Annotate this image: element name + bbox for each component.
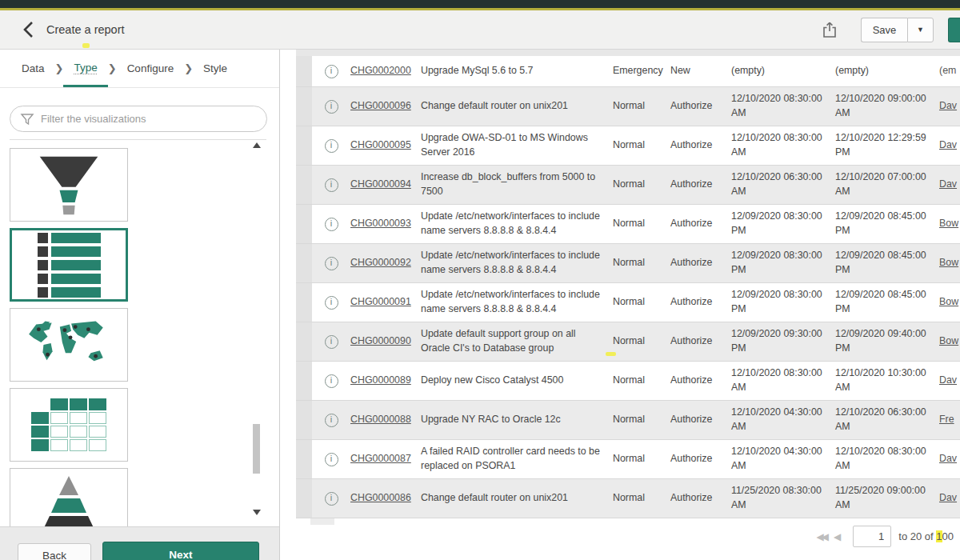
filter-visualizations-input[interactable] [10, 106, 267, 132]
planned-start-date-cell: 12/09/2020 08:30:00 PM [731, 283, 835, 322]
change-number-link[interactable]: CHG0000089 [350, 374, 411, 388]
viz-type-pivot-table[interactable] [10, 388, 128, 462]
info-icon[interactable] [325, 414, 338, 427]
viz-type-pyramid[interactable] [10, 468, 128, 526]
scroll-up-arrow-icon[interactable] [253, 142, 261, 148]
priority-cell: Normal [613, 283, 670, 322]
row-gutter [296, 283, 312, 322]
planned-end-date-cell: 12/10/2020 06:30:00 AM [835, 401, 939, 439]
planned-start-date-cell: 12/09/2020 08:30:00 PM [731, 205, 835, 243]
info-icon[interactable] [325, 218, 338, 231]
row-gutter [296, 479, 312, 518]
chevron-right-icon: ❯ [108, 50, 117, 87]
assigned-to-link[interactable]: Bow [939, 334, 958, 349]
short-description-cell: Update /etc/network/interfaces to includ… [421, 205, 613, 243]
priority-cell: Emergency [613, 56, 670, 86]
planned-end-date-cell: 12/10/2020 08:30:00 AM [835, 440, 939, 478]
report-header: Create a report Save [0, 10, 960, 50]
planned-start-date-cell: 12/10/2020 04:30:00 AM [731, 440, 835, 478]
scrollbar-corner [310, 518, 334, 525]
viz-type-funnel[interactable] [10, 148, 128, 222]
first-page-icon[interactable] [817, 531, 826, 542]
page-number-input[interactable] [853, 526, 891, 547]
priority-cell: Normal [613, 166, 670, 204]
state-cell: Authorize [670, 440, 731, 478]
info-icon[interactable] [325, 257, 338, 270]
priority-cell: Normal [613, 401, 670, 439]
short-description-cell: Change default router on unix201 [421, 479, 613, 518]
change-number-link[interactable]: CHG0000086 [350, 491, 411, 506]
tab-configure[interactable]: Configure [117, 50, 185, 87]
change-number-link[interactable]: CHG0000095 [350, 138, 411, 153]
change-number-link[interactable]: CHG0000087 [350, 452, 411, 466]
assigned-to-link[interactable]: Dav [939, 178, 957, 192]
short-description-cell: Update default support group on all Orac… [421, 322, 613, 361]
viz-type-map[interactable] [10, 308, 128, 382]
viz-list-scrollbar[interactable] [251, 141, 262, 517]
assigned-to-link[interactable]: Bow [939, 217, 958, 231]
share-button[interactable] [818, 18, 842, 42]
assigned-to-link[interactable]: Bow [939, 295, 958, 310]
change-number-link[interactable]: CHG0000091 [350, 295, 411, 310]
planned-end-date-cell: 12/09/2020 08:45:00 PM [835, 283, 939, 322]
list-chart-icon [38, 233, 101, 298]
change-number-link[interactable]: CHG0000088 [350, 413, 411, 427]
info-icon[interactable] [325, 335, 338, 349]
change-number-link[interactable]: CHG0000094 [350, 178, 411, 192]
assigned-to-link[interactable]: Fre [939, 413, 954, 427]
primary-button-clipped[interactable] [948, 18, 960, 42]
planned-start-date-cell: 12/10/2020 08:30:00 AM [731, 87, 835, 126]
save-menu-caret-button[interactable] [907, 18, 934, 42]
table-row: CHG0000096 Change default router on unix… [296, 87, 960, 126]
change-number-link[interactable]: CHG0000090 [350, 334, 411, 349]
change-request-table: CHG0002000 Upgrade MySql 5.6 to 5.7 Emer… [296, 50, 960, 560]
tab-data[interactable]: Data [11, 50, 55, 87]
info-icon[interactable] [325, 139, 338, 153]
info-icon[interactable] [325, 374, 338, 388]
viz-type-list[interactable] [10, 228, 128, 302]
change-number-link[interactable]: CHG0000092 [350, 256, 411, 270]
change-number-link[interactable]: CHG0002000 [350, 64, 411, 78]
assigned-to-link[interactable]: Dav [939, 491, 957, 506]
chevron-right-icon: ❯ [184, 50, 193, 87]
row-gutter [296, 362, 312, 400]
info-icon[interactable] [325, 65, 338, 78]
assigned-to-link[interactable]: Dav [939, 374, 957, 388]
chevron-right-icon: ❯ [55, 50, 64, 87]
info-icon[interactable] [325, 492, 338, 506]
assigned-to-link[interactable]: Dav [939, 452, 957, 466]
world-map-icon [24, 316, 114, 374]
change-number-link[interactable]: CHG0000096 [350, 99, 411, 114]
short-description-cell: Upgrade NY RAC to Oracle 12c [421, 401, 613, 439]
change-number-link[interactable]: CHG0000093 [350, 217, 411, 231]
next-button[interactable]: Next [102, 542, 259, 560]
planned-start-date-cell: 12/10/2020 08:30:00 AM [731, 126, 835, 165]
info-icon[interactable] [325, 453, 338, 466]
priority-cell: Normal [613, 126, 670, 165]
previous-page-icon[interactable] [834, 531, 841, 542]
tab-style[interactable]: Style [193, 50, 238, 87]
info-icon[interactable] [325, 296, 338, 310]
planned-start-date-cell: 12/09/2020 09:30:00 PM [731, 322, 835, 361]
info-icon[interactable] [325, 100, 338, 114]
scrollbar-thumb[interactable] [253, 424, 260, 474]
assigned-to-link[interactable]: Dav [939, 99, 957, 114]
info-icon[interactable] [325, 178, 338, 192]
priority-cell: Normal [613, 440, 670, 478]
table-row: CHG0000095 Upgrade OWA-SD-01 to MS Windo… [296, 126, 960, 166]
assigned-to-link[interactable]: Bow [939, 256, 958, 270]
assigned-to-link[interactable]: Dav [939, 138, 957, 153]
tab-type[interactable]: Type [63, 50, 107, 87]
row-gutter [296, 126, 312, 165]
back-chevron-button[interactable] [18, 19, 38, 40]
state-cell: Authorize [670, 126, 731, 165]
back-button[interactable]: Back [18, 543, 91, 560]
pagination-range-text: to 20 of 100 [898, 530, 954, 542]
assigned-to-link: (em [939, 64, 956, 78]
scroll-down-arrow-icon[interactable] [253, 510, 261, 515]
row-gutter [296, 244, 312, 282]
table-row: CHG0000088 Upgrade NY RAC to Oracle 12c … [296, 401, 960, 440]
table-row: CHG0000087 A failed RAID controller card… [296, 440, 960, 479]
row-gutter [296, 322, 312, 361]
save-button[interactable]: Save [861, 18, 907, 42]
